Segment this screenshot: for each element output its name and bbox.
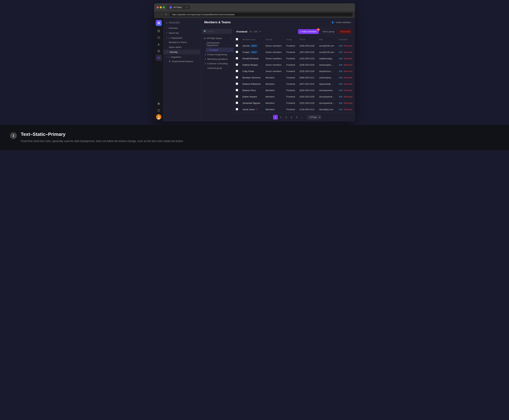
annotation-description: Fixed first–level text color, generally … — [21, 139, 499, 143]
page-3-button[interactable]: 3 — [284, 115, 288, 120]
page-size-select[interactable]: 10/Page 20/Page 50/Page — [307, 115, 321, 120]
sidebar-members-icon[interactable] — [156, 41, 162, 47]
remove-button[interactable]: Removed — [344, 51, 352, 53]
mail-cell: zehswsspko... — [317, 62, 337, 68]
remove-button[interactable]: Removed — [344, 70, 352, 73]
remove-button[interactable]: Removed — [344, 83, 352, 85]
prev-page-button[interactable]: ‹ — [268, 115, 272, 120]
tree-consulting[interactable]: ▶ Customer Consulting — [203, 61, 233, 66]
remove-button[interactable]: Removed — [344, 102, 352, 104]
next-page-button[interactable]: › — [300, 115, 305, 120]
page-5-button[interactable]: 5 — [294, 115, 299, 120]
group-cell: Frontend — [284, 87, 298, 94]
row-checkbox[interactable] — [236, 51, 238, 53]
edit-button[interactable]: Edit — [339, 76, 342, 79]
app-logo[interactable] — [156, 20, 162, 26]
row-checkbox[interactable] — [236, 70, 238, 72]
forward-button[interactable]: › — [160, 13, 163, 17]
tree-marketing[interactable]: ▶ Marketing operations — [203, 57, 233, 61]
sidebar-target-icon[interactable] — [156, 48, 162, 54]
minimize-window-button[interactable] — [160, 6, 162, 8]
tree-root[interactable]: ▾ ◈ APITable Space + — [200, 36, 233, 41]
nav-organization-header[interactable]: ▾ ◫ Organization — [163, 35, 200, 40]
search-icon: 🔍 — [204, 30, 206, 33]
remove-button[interactable]: Removed — [344, 96, 352, 98]
row-checkbox[interactable] — [236, 76, 238, 79]
browser-tab[interactable]: APITable ✕ — [167, 5, 190, 9]
edit-button[interactable]: Edit — [339, 96, 342, 98]
chevron-down-icon: ▾ — [166, 37, 167, 39]
nav-integrations-header[interactable]: ▾ ⬡ Integrations — [163, 54, 200, 59]
operation-cell: Edit Removed — [337, 75, 355, 81]
remove-button[interactable]: Removed — [344, 64, 352, 66]
search-box[interactable]: 🔍 Search — [202, 29, 232, 34]
page-2-button[interactable]: 2 — [278, 115, 283, 120]
user-avatar[interactable] — [156, 114, 161, 120]
edit-button[interactable]: Edit — [339, 89, 342, 92]
sidebar-settings-icon[interactable] — [156, 55, 162, 61]
table-row: Jacob Jonesⓘ Members Frontend (219) 555-… — [234, 106, 355, 113]
row-checkbox[interactable] — [236, 89, 238, 91]
page-4-button[interactable]: 4 — [289, 115, 294, 120]
edit-button[interactable]: Edit — [339, 70, 342, 73]
remove-button[interactable]: Removed — [344, 89, 352, 92]
remove-button[interactable]: Removed — [344, 45, 352, 47]
edit-button[interactable]: Edit — [339, 108, 342, 111]
chevron-down-icon: ▾ — [202, 37, 203, 39]
edit-button[interactable]: Edit — [339, 51, 342, 53]
edit-button[interactable]: Edit — [339, 57, 342, 60]
row-checkbox[interactable] — [236, 63, 238, 66]
nav-space-log[interactable]: ≡ Space log — [163, 30, 200, 35]
close-window-button[interactable] — [157, 6, 159, 8]
tab-close-icon[interactable]: ✕ — [186, 6, 187, 8]
page-1-button[interactable]: 1 — [273, 115, 278, 120]
tree-dev-dept[interactable]: ▾ Development Department — [203, 41, 233, 48]
add-member-button[interactable]: + Add a member 1 — [298, 29, 319, 34]
mail-cell: zsso@139.com — [317, 43, 337, 49]
remove-button[interactable]: Removed — [344, 57, 352, 60]
maximize-window-button[interactable] — [163, 6, 165, 8]
address-bar[interactable]: https://apitable.com/space/spc7sasdasfdf… — [170, 12, 353, 17]
nav-experimental[interactable]: ⚗ Experimental features — [163, 59, 200, 64]
filter-dropdown-button[interactable]: ▾ — [260, 30, 261, 33]
sidebar-space-icon[interactable] — [156, 28, 162, 34]
tree-frontend[interactable]: ● Frontend ⋯ — [206, 48, 233, 52]
remove-button[interactable]: Removed — [344, 76, 352, 79]
table-row: Darlene Robertson Members Frontend (907)… — [234, 81, 355, 87]
more-options-icon[interactable]: ⋯ — [229, 49, 232, 51]
select-all-checkbox[interactable] — [236, 38, 238, 40]
add-group-button[interactable]: Add a group — [320, 29, 337, 34]
identity-cell: Senior members — [263, 55, 284, 62]
row-checkbox[interactable] — [236, 95, 238, 98]
remove-button[interactable]: Removed — [344, 108, 352, 111]
overview-icon: ○ — [166, 27, 167, 29]
row-checkbox[interactable] — [236, 108, 238, 110]
removed-button[interactable]: Removed — [338, 29, 352, 34]
invite-members-button[interactable]: 👤+ Invite members — [331, 21, 351, 24]
nav-security[interactable]: 🛡 Security — [163, 50, 200, 54]
svg-rect-0 — [157, 30, 158, 31]
edit-button[interactable]: Edit — [339, 64, 342, 66]
row-checkbox[interactable] — [236, 44, 238, 47]
edit-button[interactable]: Edit — [339, 83, 342, 85]
notifications-icon[interactable] — [156, 101, 162, 107]
edit-button[interactable]: Edit — [339, 45, 342, 47]
nav-members-teams[interactable]: Members & Teams — [163, 40, 200, 45]
row-checkbox[interactable] — [236, 57, 238, 60]
phone-cell: (808) 555-0111 — [298, 75, 317, 81]
edit-button[interactable]: Edit — [339, 102, 342, 104]
help-icon[interactable] — [156, 107, 162, 113]
identity-cell: Members — [263, 81, 284, 87]
nav-overview[interactable]: ○ Overview — [163, 26, 200, 30]
sidebar-table-icon[interactable] — [156, 35, 162, 41]
group-cell: Frontend — [284, 81, 298, 87]
row-checkbox[interactable] — [236, 82, 238, 85]
tree-authority[interactable]: Authority group — [203, 66, 233, 70]
nav-space-admin[interactable]: Space admin — [163, 45, 200, 50]
tree-product-eng[interactable]: ▶ Product Engineering — [203, 52, 233, 57]
identity-cell: Senior members — [263, 49, 284, 55]
refresh-button[interactable]: ↻ — [164, 13, 168, 17]
add-group-icon[interactable]: + — [230, 37, 232, 39]
row-checkbox[interactable] — [236, 102, 238, 104]
back-button[interactable]: ‹ — [156, 13, 159, 17]
